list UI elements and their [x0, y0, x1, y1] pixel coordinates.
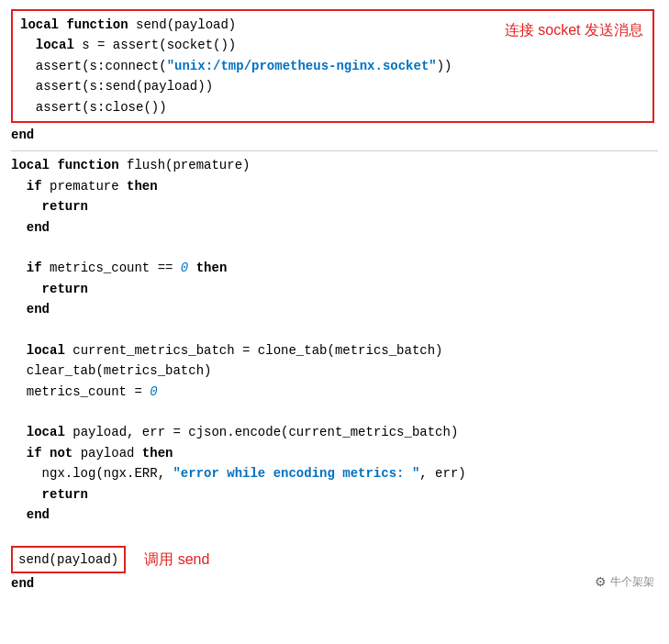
code-line: return: [11, 484, 658, 505]
code-line: end: [11, 505, 658, 525]
code-line: local payload, err = cjson.encode(curren…: [11, 422, 658, 442]
annotation-socket: 连接 socket 发送消息: [505, 18, 643, 42]
code-line: if metrics_count == 0 then: [11, 258, 658, 278]
code-line: [11, 402, 658, 422]
send-call-box: send(payload): [11, 546, 126, 573]
code-line: metrics_count = 0: [11, 382, 658, 402]
code-line: [11, 238, 658, 258]
code-line: return: [11, 279, 658, 299]
code-line: [11, 525, 658, 545]
code-line: end: [11, 217, 658, 238]
code-line: return: [11, 196, 658, 217]
code-line: [11, 319, 658, 339]
code-line: end: [11, 573, 658, 594]
code-line: ngx.log(ngx.ERR, "error while encoding m…: [11, 463, 658, 483]
code-line: clear_tab(metrics_batch): [11, 361, 658, 381]
code-line: if premature then: [11, 176, 658, 196]
code-line: assert(s:send(payload)): [20, 76, 645, 96]
send-call-line: send(payload) 调用 send: [11, 546, 658, 573]
watermark-text: 牛个架架: [610, 573, 654, 591]
code-line: end: [11, 299, 658, 319]
code-line: assert(s:close()): [20, 97, 645, 117]
separator: [11, 150, 658, 151]
code-area: local function send(payload) local s = a…: [0, 0, 669, 604]
code-line: local function flush(premature): [11, 155, 658, 175]
code-line: assert(s:connect("unix:/tmp/prometheus-n…: [20, 56, 645, 76]
annotation-send: 调用 send: [144, 548, 209, 572]
code-line: if not payload then: [11, 443, 658, 463]
logo-icon: ⚙: [595, 572, 607, 592]
code-line: end: [11, 125, 658, 145]
code-line: local current_metrics_batch = clone_tab(…: [11, 340, 658, 361]
flush-function-block: local function flush(premature) if prema…: [11, 155, 658, 594]
watermark: ⚙ 牛个架架: [595, 572, 654, 592]
